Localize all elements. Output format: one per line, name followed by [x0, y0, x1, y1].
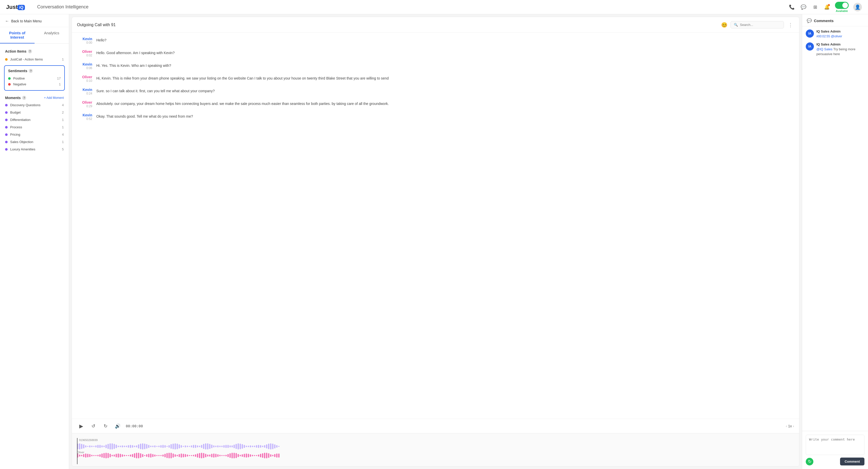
wave-dot	[262, 446, 263, 447]
speed-next-icon[interactable]: ›	[793, 424, 794, 428]
wave-dot	[215, 446, 216, 447]
search-icon: 🔍	[734, 23, 738, 27]
wave-dot	[234, 445, 235, 448]
speaker-name: Oliver	[77, 75, 92, 79]
wave-dot	[213, 454, 214, 457]
more-options-icon[interactable]: ⋮	[787, 21, 794, 28]
availability-toggle[interactable]	[835, 2, 849, 9]
wave-dot	[250, 445, 251, 447]
wave-dot	[150, 446, 151, 447]
comment-item-2: IA IQ Sales Admin @IQ Sales Try being mo…	[806, 42, 864, 57]
wave-dot	[140, 444, 141, 449]
moment-item[interactable]: Pricing 4	[0, 131, 69, 138]
moment-item[interactable]: Sales Objection 1	[0, 138, 69, 146]
moment-label: Budget	[10, 111, 59, 114]
wave-dot	[244, 445, 245, 448]
tab-points-of-interest[interactable]: Points of Interest	[0, 27, 35, 43]
tab-analytics[interactable]: Analytics	[35, 27, 69, 43]
speaker-name: Oliver	[77, 50, 92, 54]
wave-dot	[199, 446, 200, 447]
back-to-main-button[interactable]: ← Back to Main Menu	[0, 14, 69, 27]
user-avatar[interactable]: 👤	[853, 3, 862, 11]
wave-dot	[179, 454, 180, 457]
phone-icon[interactable]: 📞	[788, 4, 795, 11]
wave-dot	[276, 454, 277, 457]
logo-iq: iQ	[18, 5, 25, 10]
moment-count: 5	[62, 147, 64, 151]
wave-dot	[79, 455, 80, 457]
speaker-info: Oliver 0:10	[77, 75, 92, 83]
moment-count: 1	[62, 118, 64, 122]
available-label: Available	[836, 9, 848, 12]
add-moment-button[interactable]: + Add Moment	[44, 96, 64, 100]
grid-icon[interactable]: ⊞	[812, 4, 819, 11]
message-row: Oliver 0:02 Hello. Good afternoon. Am I …	[77, 50, 794, 57]
wave-dot	[112, 443, 113, 449]
positive-dot	[8, 77, 11, 80]
action-items-info[interactable]: ?	[28, 49, 32, 53]
message-text: Absolutely. our company, your dream home…	[96, 100, 794, 108]
wave-dot	[250, 454, 251, 457]
negative-dot	[8, 83, 11, 86]
wave-dot	[207, 443, 208, 449]
wave-dot	[256, 455, 257, 456]
moment-item[interactable]: Discovery Questions 4	[0, 101, 69, 109]
sentiment-negative-row: Negative 1	[8, 81, 61, 87]
wave-dot	[97, 445, 99, 448]
forward-button[interactable]: ↻	[101, 422, 110, 430]
speaker-name: Kevin	[77, 37, 92, 41]
wave-dot	[116, 445, 117, 448]
speaker-time: 0:06	[77, 66, 92, 70]
moment-item[interactable]: Differentiation 1	[0, 116, 69, 123]
wave-dot	[122, 445, 123, 447]
wave-dot	[181, 445, 182, 447]
wave-dot	[254, 446, 255, 447]
speaker-info: Kevin 0:52	[77, 113, 92, 121]
speaker-info: Kevin 0:06	[77, 62, 92, 70]
wave-dot	[260, 445, 261, 448]
moment-label: Differentiation	[10, 118, 59, 122]
search-input[interactable]	[740, 23, 781, 27]
action-label: JustCall - Action Items	[10, 57, 59, 61]
wave-dot	[105, 453, 107, 458]
moment-dot	[5, 104, 8, 106]
negative-count: 1	[59, 82, 61, 86]
moment-dot	[5, 119, 8, 121]
play-button[interactable]: ▶	[77, 422, 85, 430]
sentiment-positive-row: Positive 17	[8, 75, 61, 81]
action-count: 1	[62, 57, 64, 61]
wave-dot	[266, 453, 267, 458]
moment-item[interactable]: Budget 2	[0, 109, 69, 116]
message-text: Hi. Yes. This is Kevin. Who am I speakin…	[96, 62, 794, 70]
comment-submit-button[interactable]: Comment	[840, 458, 864, 465]
comments-icon: 💬	[807, 18, 812, 23]
bell-icon[interactable]: 🔔	[823, 4, 830, 11]
wave-dot	[201, 445, 202, 448]
moment-label: Process	[10, 125, 59, 129]
wave-dot	[223, 455, 225, 456]
comment-textarea[interactable]	[806, 435, 864, 455]
rewind-button[interactable]: ↺	[89, 422, 97, 430]
moment-count: 4	[62, 103, 64, 107]
wave-dot	[85, 454, 86, 457]
message-text: Hello. Good afternoon. Am I speaking wit…	[96, 50, 794, 57]
message-text: Hi, Kevin. This is mike from your dream …	[96, 75, 794, 83]
wave-dot	[258, 455, 259, 457]
chat-icon[interactable]: 💬	[800, 4, 807, 11]
volume-button[interactable]: 🔊	[114, 422, 122, 430]
speaker-time: 0:52	[77, 117, 92, 121]
moment-item[interactable]: Luxury Amenities 5	[0, 146, 69, 153]
moments-info[interactable]: ?	[22, 96, 26, 100]
refresh-icon[interactable]: ↻	[806, 458, 813, 465]
wave-dot	[229, 445, 231, 447]
message-row: Kevin 0:24 Sure. so I can talk about it.…	[77, 88, 794, 95]
moment-item[interactable]: Process 1	[0, 123, 69, 131]
sentiments-info[interactable]: ?	[29, 69, 33, 73]
wave-dot	[242, 454, 243, 457]
logo-area: JustiQ Conversation Intelligence	[6, 4, 88, 10]
wave-dot	[270, 443, 271, 449]
sidebar-content: Action Items ? JustCall - Action Items 1…	[0, 44, 69, 469]
wave-dot	[134, 453, 135, 458]
speed-prev-icon[interactable]: ‹	[786, 424, 787, 428]
speaker-time: 0:29	[77, 104, 92, 108]
